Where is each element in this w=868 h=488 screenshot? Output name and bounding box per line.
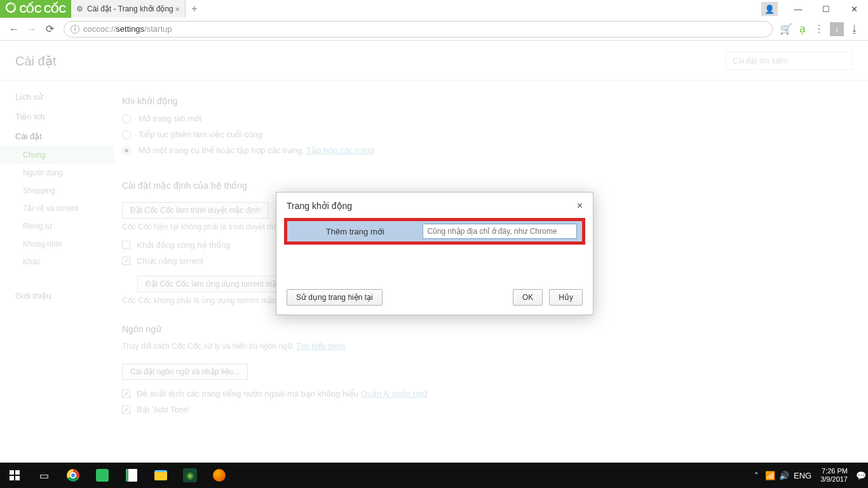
download-box-icon[interactable]: ↓ bbox=[830, 22, 844, 36]
svg-rect-1 bbox=[10, 470, 14, 475]
taskbar: ▭ ◉ ˄ 📶 🔊 ENG 7:26 PM 3/9/2017 💬 bbox=[0, 463, 868, 488]
tray-language[interactable]: ENG bbox=[791, 471, 814, 480]
ok-button[interactable]: OK bbox=[513, 289, 543, 306]
window-close-button[interactable]: ✕ bbox=[840, 0, 868, 18]
tray-clock[interactable]: 7:26 PM 3/9/2017 bbox=[820, 467, 848, 484]
dialog-footer: Sử dụng trang hiện tại OK Hủy bbox=[276, 245, 593, 315]
systray: ˄ 📶 🔊 ENG 7:26 PM 3/9/2017 💬 bbox=[749, 467, 868, 484]
taskbar-firefox[interactable] bbox=[205, 463, 234, 488]
tray-chevron-icon[interactable]: ˄ bbox=[749, 471, 763, 480]
dialog-close-button[interactable]: × bbox=[577, 200, 583, 212]
gear-icon: ⚙ bbox=[76, 4, 83, 13]
new-tab-button[interactable]: + bbox=[186, 0, 203, 18]
browser-logo: CỐC CỐC bbox=[0, 0, 71, 18]
cancel-button[interactable]: Hủy bbox=[549, 289, 583, 306]
svg-rect-4 bbox=[15, 476, 20, 480]
svg-rect-2 bbox=[15, 470, 20, 475]
titlebar-right: 👤 ― ☐ ✕ bbox=[761, 0, 868, 18]
titlebar: CỐC CỐC ⚙ Cài đặt - Trang khởi động × + … bbox=[0, 0, 868, 18]
taskbar-evernote[interactable] bbox=[88, 463, 117, 488]
url-host: settings bbox=[116, 24, 144, 34]
forward-button[interactable]: → bbox=[23, 20, 41, 38]
add-page-label: Thêm trang mới bbox=[287, 227, 423, 236]
profile-button[interactable]: 👤 bbox=[761, 2, 778, 16]
spell-a-icon[interactable]: ạ bbox=[794, 21, 811, 37]
tray-network-icon[interactable]: 📶 bbox=[763, 471, 777, 480]
taskbar-coccoc[interactable]: ◉ bbox=[175, 463, 205, 488]
back-button[interactable]: ← bbox=[5, 20, 23, 38]
download-arrow-icon[interactable]: ⭳ bbox=[846, 21, 863, 37]
cart-icon[interactable]: 🛒 bbox=[778, 21, 794, 37]
address-bar[interactable]: i coccoc://settings/startup bbox=[64, 21, 773, 37]
use-current-pages-button[interactable]: Sử dụng trang hiện tại bbox=[287, 289, 383, 306]
menu-icon[interactable]: ⋮ bbox=[811, 21, 827, 37]
window-maximize-button[interactable]: ☐ bbox=[812, 0, 840, 18]
svg-rect-3 bbox=[10, 476, 14, 480]
taskbar-notepad[interactable] bbox=[117, 463, 146, 488]
evernote-icon bbox=[96, 469, 109, 482]
startup-pages-dialog: Trang khởi động × Thêm trang mới Sử dụng… bbox=[276, 192, 593, 315]
logo-swirl-icon bbox=[5, 2, 17, 16]
taskbar-explorer[interactable] bbox=[146, 463, 175, 488]
site-info-icon[interactable]: i bbox=[71, 25, 79, 34]
tab-title: Cài đặt - Trang khởi động bbox=[87, 4, 173, 13]
tab-close-icon[interactable]: × bbox=[175, 4, 180, 14]
folder-icon bbox=[154, 470, 167, 480]
notepad-icon bbox=[126, 469, 137, 482]
firefox-icon bbox=[213, 469, 226, 482]
tray-volume-icon[interactable]: 🔊 bbox=[777, 471, 791, 480]
start-button[interactable] bbox=[0, 463, 29, 488]
taskbar-chrome[interactable] bbox=[58, 463, 88, 488]
url-scheme: coccoc:// bbox=[83, 24, 116, 34]
url-path: /startup bbox=[144, 24, 172, 34]
window-minimize-button[interactable]: ― bbox=[784, 0, 812, 18]
add-page-input[interactable] bbox=[423, 224, 577, 239]
coccoc-icon: ◉ bbox=[183, 468, 197, 482]
chrome-icon bbox=[67, 469, 79, 482]
dialog-header: Trang khởi động × bbox=[276, 193, 593, 218]
tray-date: 3/9/2017 bbox=[820, 475, 848, 484]
logo-text: CỐC CỐC bbox=[19, 3, 65, 15]
taskview-button[interactable]: ▭ bbox=[29, 463, 58, 488]
tray-action-center-icon[interactable]: 💬 bbox=[854, 471, 868, 480]
add-page-row: Thêm trang mới bbox=[284, 218, 585, 245]
tab-settings[interactable]: ⚙ Cài đặt - Trang khởi động × bbox=[71, 0, 186, 18]
dialog-title: Trang khởi động bbox=[287, 201, 352, 211]
reload-button[interactable]: ⟳ bbox=[41, 20, 58, 38]
toolbar: ← → ⟳ i coccoc://settings/startup 🛒 ạ ⋮ … bbox=[0, 18, 868, 41]
tray-time: 7:26 PM bbox=[820, 467, 848, 475]
person-icon: 👤 bbox=[764, 4, 775, 14]
